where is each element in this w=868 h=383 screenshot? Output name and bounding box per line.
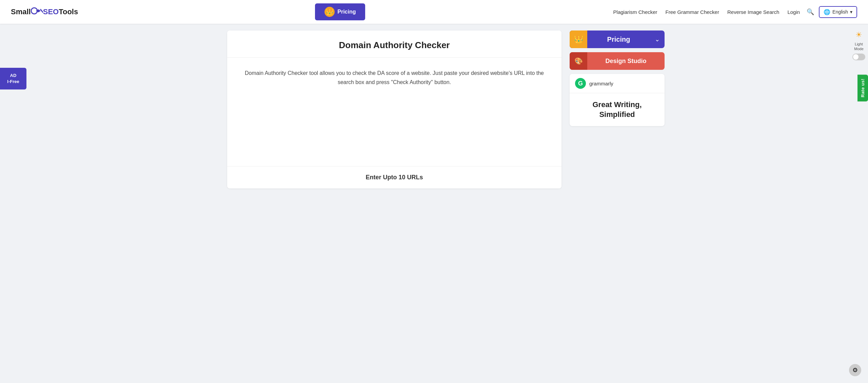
ad-line1: AD bbox=[3, 73, 24, 79]
header-right: 🔍 🌐 English ▾ bbox=[807, 6, 857, 18]
search-button[interactable]: 🔍 bbox=[807, 8, 814, 16]
tool-title: Domain Authority Checker bbox=[238, 40, 551, 51]
header-nav: Plagiarism Checker Free Grammar Checker … bbox=[613, 9, 800, 15]
logo-small: Small bbox=[11, 7, 31, 16]
toggle-thumb bbox=[853, 54, 859, 60]
tool-card: Domain Authority Checker Domain Authorit… bbox=[227, 31, 561, 188]
header-pricing-button[interactable]: 👑 Pricing bbox=[315, 3, 365, 20]
sidebar-crown-icon: 👑 bbox=[574, 35, 583, 44]
logo-tools: Tools bbox=[59, 7, 78, 16]
language-label: English bbox=[832, 9, 848, 15]
gear-widget[interactable]: ⚙ bbox=[849, 364, 861, 376]
crown-icon: 👑 bbox=[324, 7, 335, 17]
nav-login[interactable]: Login bbox=[787, 9, 800, 15]
grammarly-name: grammarly bbox=[589, 81, 613, 86]
sidebar-design-icon: 🎨 bbox=[570, 52, 587, 70]
toggle-track bbox=[852, 54, 865, 60]
enter-urls-section: Enter Upto 10 URLs bbox=[227, 166, 561, 188]
light-mode-toggle[interactable] bbox=[852, 54, 865, 60]
light-mode-label-line1: Light bbox=[855, 42, 863, 46]
sidebar-design-button[interactable]: 🎨 Design Studio bbox=[570, 52, 665, 70]
ad-badge: AD l-Free bbox=[0, 68, 26, 89]
sidebar-pricing-label: Pricing bbox=[587, 31, 650, 48]
main-layout: Domain Authority Checker Domain Authorit… bbox=[197, 24, 671, 195]
pricing-button-label: Pricing bbox=[337, 9, 356, 15]
ad-line2: l-Free bbox=[3, 79, 24, 85]
nav-reverse-image[interactable]: Reverse Image Search bbox=[727, 9, 779, 15]
sidebar-pricing-icon: 👑 bbox=[570, 31, 587, 48]
globe-icon: 🌐 bbox=[824, 9, 830, 15]
sidebar-pricing-button[interactable]: 👑 Pricing ⌄ bbox=[570, 31, 665, 48]
sidebar-right: 👑 Pricing ⌄ 🎨 Design Studio G grammarly … bbox=[570, 31, 665, 188]
light-mode-widget: ☀ Light Mode bbox=[850, 27, 868, 64]
logo-seo: SEO bbox=[43, 7, 59, 16]
grammarly-content: Great Writing, Simplified bbox=[570, 93, 665, 126]
gear-icon: ⚙ bbox=[852, 366, 858, 374]
logo-icon bbox=[31, 7, 43, 17]
grammarly-headline-line1: Great Writing, bbox=[575, 100, 659, 110]
svg-point-2 bbox=[37, 9, 40, 12]
tool-description: Domain Authority Checker tool allows you… bbox=[227, 58, 561, 166]
grammarly-widget: G grammarly Great Writing, Simplified bbox=[570, 74, 665, 126]
tool-description-text: Domain Authority Checker tool allows you… bbox=[241, 68, 548, 87]
nav-grammar[interactable]: Free Grammar Checker bbox=[666, 9, 719, 15]
rate-us-button[interactable]: Rate us! bbox=[857, 75, 868, 101]
language-button[interactable]: 🌐 English ▾ bbox=[819, 6, 857, 18]
sidebar-left-ad: AD l-Free bbox=[0, 68, 26, 89]
header: Small SEO Tools 👑 Pricing Plagiarism Che… bbox=[0, 0, 868, 24]
chevron-down-icon: ▾ bbox=[850, 9, 852, 15]
search-icon: 🔍 bbox=[807, 8, 814, 15]
svg-line-3 bbox=[40, 9, 43, 13]
design-studio-icon: 🎨 bbox=[574, 57, 583, 65]
logo[interactable]: Small SEO Tools bbox=[11, 7, 78, 17]
sidebar-design-label: Design Studio bbox=[587, 53, 665, 69]
grammarly-headline: Great Writing, Simplified bbox=[575, 100, 659, 119]
sun-icon: ☀ bbox=[855, 31, 862, 39]
nav-plagiarism[interactable]: Plagiarism Checker bbox=[613, 9, 657, 15]
sidebar-pricing-chevron-icon: ⌄ bbox=[650, 36, 665, 43]
light-mode-label-line2: Mode bbox=[854, 47, 864, 51]
enter-urls-label: Enter Upto 10 URLs bbox=[366, 174, 423, 181]
tool-card-header: Domain Authority Checker bbox=[227, 31, 561, 58]
header-center: 👑 Pricing bbox=[78, 3, 602, 20]
content-area: Domain Authority Checker Domain Authorit… bbox=[227, 31, 561, 188]
grammarly-header: G grammarly bbox=[570, 74, 665, 93]
grammarly-headline-line2: Simplified bbox=[575, 110, 659, 120]
grammarly-logo: G bbox=[575, 78, 586, 89]
